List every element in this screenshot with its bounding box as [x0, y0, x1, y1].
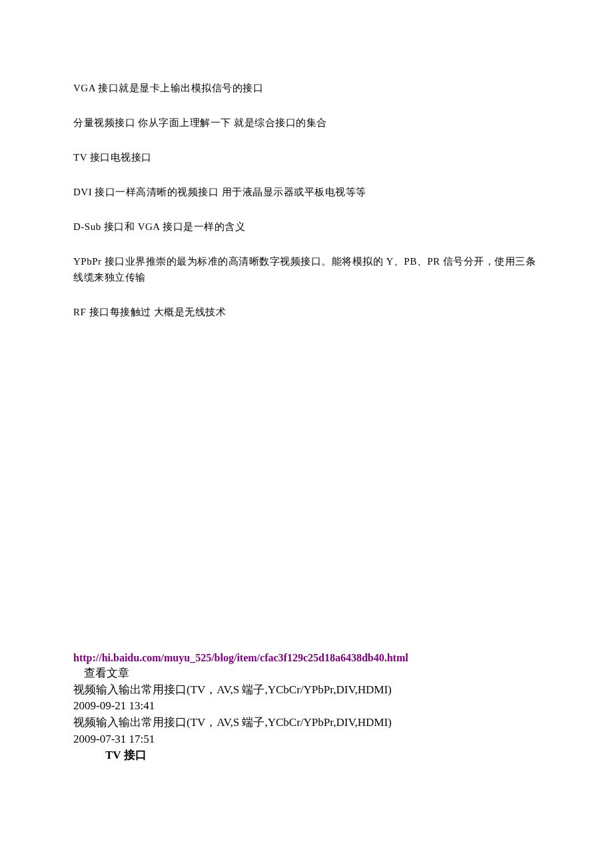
- paragraph-tv: TV 接口电视接口: [73, 149, 540, 165]
- article-date-1: 2009-09-21 13:41: [73, 698, 540, 715]
- article-title-1: 视频输入输出常用接口(TV，AV,S 端子,YCbCr/YPbPr,DIV,HD…: [73, 682, 540, 699]
- footer-block: 查看文章 视频输入输出常用接口(TV，AV,S 端子,YCbCr/YPbPr,D…: [73, 665, 540, 764]
- paragraph-dvi: DVI 接口一样高清晰的视频接口 用于液晶显示器或平板电视等等: [73, 184, 540, 200]
- paragraph-dsub: D-Sub 接口和 VGA 接口是一样的含义: [73, 219, 540, 235]
- view-article-label: 查看文章: [73, 665, 540, 682]
- document-page: VGA 接口就是显卡上输出模拟信号的接口 分量视频接口 你从字面上理解一下 就是…: [0, 0, 613, 804]
- empty-spacer: [73, 339, 540, 652]
- section-heading-tv: TV 接口: [73, 747, 540, 764]
- paragraph-rf: RF 接口每接触过 大概是无线技术: [73, 304, 540, 320]
- source-link[interactable]: http://hi.baidu.com/muyu_525/blog/item/c…: [73, 652, 540, 664]
- article-title-2: 视频输入输出常用接口(TV，AV,S 端子,YCbCr/YPbPr,DIV,HD…: [73, 715, 540, 731]
- paragraph-ypbpr: YPbPr 接口业界推崇的最为标准的高清晰数字视频接口。能将模拟的 Y、PB、P…: [73, 253, 540, 285]
- paragraph-vga: VGA 接口就是显卡上输出模拟信号的接口: [73, 80, 540, 96]
- paragraph-component: 分量视频接口 你从字面上理解一下 就是综合接口的集合: [73, 115, 540, 131]
- article-date-2: 2009-07-31 17:51: [73, 731, 540, 748]
